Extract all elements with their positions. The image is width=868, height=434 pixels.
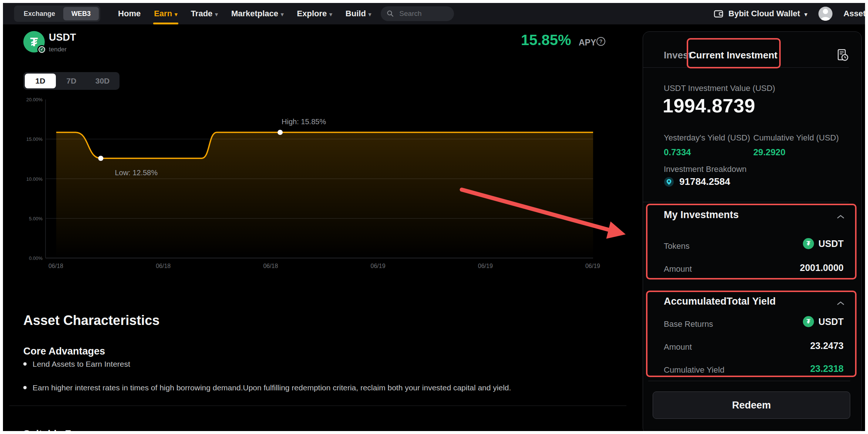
usdt-token-icon: ₮ ✓ — [23, 31, 45, 52]
my-investments-title: My Investments — [664, 209, 739, 221]
row-label: Cumulative Yield — [664, 365, 724, 375]
page: Exchange WEB3 Home Earn ▾ Trade ▾ Market… — [3, 3, 865, 431]
investment-breakdown-label: Investment Breakdown — [664, 165, 747, 174]
token-symbol: USDT — [49, 32, 76, 43]
wallet-menu[interactable]: Bybit Cloud Wallet ▾ — [713, 9, 807, 19]
web3-tab[interactable]: WEB3 — [63, 7, 99, 20]
yesterday-yield-label: Yesterday's Yield (USD) — [664, 133, 750, 143]
svg-text:0.00%: 0.00% — [29, 255, 43, 261]
nav-label: Earn — [154, 9, 172, 18]
exchange-tab[interactable]: Exchange — [16, 7, 63, 20]
suitable-for-title: Suitable For — [23, 428, 81, 431]
nav-item-build[interactable]: Build ▾ — [346, 3, 371, 24]
bullet-icon — [23, 362, 27, 366]
row-value: 2001.0000 — [800, 262, 844, 273]
nav-item-marketplace[interactable]: Marketplace ▾ — [231, 3, 284, 24]
panel-divider — [643, 202, 849, 202]
svg-text:06/18: 06/18 — [48, 263, 63, 269]
svg-text:10.00%: 10.00% — [26, 176, 43, 182]
row-value: ₮ USDT — [803, 316, 844, 327]
chevron-down-icon: ▾ — [281, 11, 284, 18]
investment-value-label: USDT Investment Value (USD) — [664, 84, 775, 93]
list-item: Lend Assets to Earn Interest — [23, 359, 130, 370]
row-label: Amount — [664, 342, 692, 352]
row-value: 23.2318 — [810, 363, 844, 374]
usdt-token-icon: ₮ — [803, 316, 814, 327]
main-nav: Home Earn ▾ Trade ▾ Marketplace ▾ Explor… — [118, 3, 371, 24]
redeem-button[interactable]: Redeem — [653, 391, 850, 419]
row-label: Amount — [664, 264, 692, 274]
svg-text:06/18: 06/18 — [263, 263, 278, 269]
history-icon[interactable] — [835, 48, 850, 64]
cumulative-yield-value: 29.2920 — [753, 147, 785, 157]
svg-text:15.00%: 15.00% — [26, 136, 43, 142]
range-tab-1d[interactable]: 1D — [25, 74, 56, 88]
svg-text:06/18: 06/18 — [156, 263, 171, 269]
row-label: Base Returns — [664, 319, 713, 329]
svg-text:06/19: 06/19 — [371, 263, 386, 269]
cumulative-yield-label: Cumulative Yield (USD) — [753, 133, 839, 143]
avatar[interactable] — [818, 7, 832, 21]
apy-label: APY — [579, 38, 596, 48]
token-network: tender — [49, 46, 67, 53]
nav-item-home[interactable]: Home — [118, 3, 141, 24]
nav-label: Explore — [297, 9, 327, 18]
asset-characteristics-title: Asset Characteristics — [23, 313, 159, 328]
svg-text:06/19: 06/19 — [478, 263, 493, 269]
section-divider — [9, 406, 626, 406]
nav-label: Home — [118, 9, 141, 18]
help-icon[interactable]: ? — [596, 37, 605, 46]
chevron-down-icon: ▾ — [804, 11, 807, 18]
svg-text:5.00%: 5.00% — [29, 216, 43, 221]
chevron-down-icon: ▾ — [329, 11, 332, 18]
investment-breakdown-row: 91784.2584 — [664, 176, 730, 187]
search-input[interactable] — [398, 9, 447, 18]
chevron-down-icon: ▾ — [369, 11, 371, 18]
collapse-chevron-icon[interactable] — [837, 214, 844, 220]
list-item: Earn higher interest rates in times of h… — [23, 382, 511, 393]
pin-icon — [664, 177, 674, 187]
row-label: Tokens — [664, 241, 690, 251]
svg-text:High: 15.85%: High: 15.85% — [282, 118, 326, 126]
top-navigation-bar: Exchange WEB3 Home Earn ▾ Trade ▾ Market… — [3, 3, 865, 24]
collapse-chevron-icon[interactable] — [837, 300, 844, 307]
chevron-down-icon: ▾ — [175, 11, 178, 18]
assets-link[interactable]: Assets — [844, 9, 865, 18]
nav-item-explore[interactable]: Explore ▾ — [297, 3, 332, 24]
nav-item-earn[interactable]: Earn ▾ — [154, 3, 177, 24]
exchange-web3-toggle: Exchange WEB3 — [14, 6, 100, 22]
nav-label: Marketplace — [231, 9, 278, 18]
range-tab-7d[interactable]: 7D — [56, 74, 87, 88]
range-tab-30d[interactable]: 30D — [87, 74, 118, 88]
tab-current-investment[interactable]: Current Investment — [687, 50, 780, 61]
search-bar[interactable] — [381, 6, 454, 21]
apy-value: 15.85% — [521, 32, 571, 48]
topbar-right: Bybit Cloud Wallet ▾ Assets — [713, 7, 865, 21]
investment-breakdown-value: 91784.2584 — [679, 176, 730, 187]
nav-label: Build — [346, 9, 366, 18]
apy-chart: 20.00%15.00%10.00%5.00%0.00%06/1806/1806… — [23, 94, 608, 271]
token-name: USDT — [818, 316, 844, 327]
accumulated-yield-title: AccumulatedTotal Yield — [664, 296, 776, 307]
panel-divider — [643, 67, 849, 68]
chevron-down-icon: ▾ — [215, 11, 218, 18]
wallet-label: Bybit Cloud Wallet — [729, 9, 800, 18]
svg-text:Low: 12.58%: Low: 12.58% — [115, 169, 158, 177]
investment-value: 1994.8739 — [663, 95, 755, 117]
bullet-icon — [23, 386, 27, 389]
svg-text:20.00%: 20.00% — [26, 97, 43, 102]
panel-divider — [648, 381, 850, 381]
nav-label: Trade — [191, 9, 213, 18]
chart-range-tabs: 1D 7D 30D — [23, 72, 120, 90]
row-value: ₮ USDT — [803, 238, 844, 249]
token-name: USDT — [818, 238, 844, 249]
usdt-token-icon: ₮ — [803, 238, 814, 249]
bullet-text: Lend Assets to Earn Interest — [33, 359, 130, 370]
wallet-icon — [713, 9, 724, 19]
search-icon — [387, 10, 394, 17]
bullet-text: Earn higher interest rates in times of h… — [33, 382, 511, 393]
svg-text:06/19: 06/19 — [585, 263, 600, 269]
core-advantages-title: Core Advantages — [23, 346, 105, 357]
nav-item-trade[interactable]: Trade ▾ — [191, 3, 218, 24]
row-value: 23.2473 — [810, 340, 844, 351]
